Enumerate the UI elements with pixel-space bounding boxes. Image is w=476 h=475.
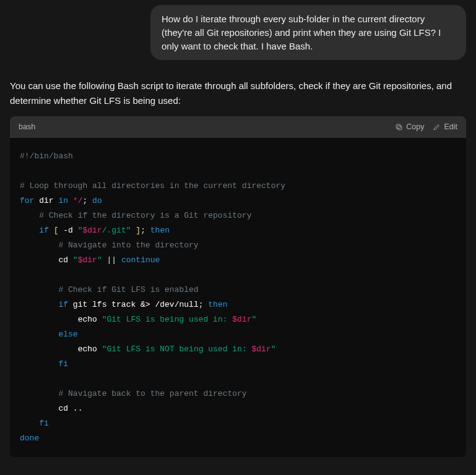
user-message: How do I iterate through every sub-folde… [150, 5, 466, 60]
copy-label: Copy [406, 121, 424, 133]
edit-button[interactable]: Edit [433, 121, 457, 133]
edit-label: Edit [444, 121, 457, 133]
copy-button[interactable]: Copy [395, 121, 424, 133]
assistant-intro: You can use the following Bash script to… [10, 79, 466, 108]
code-content[interactable]: #!/bin/bash # Loop through all directori… [10, 138, 466, 458]
code-language-label: bash [19, 121, 35, 133]
edit-icon [433, 123, 441, 131]
svg-rect-0 [398, 126, 402, 130]
code-actions: Copy Edit [395, 121, 457, 133]
code-block: bash Copy Edit #!/bin/bash # Loop throug… [10, 116, 466, 458]
copy-icon [395, 123, 403, 131]
svg-rect-1 [396, 124, 400, 129]
code-header: bash Copy Edit [10, 116, 466, 138]
user-message-row: How do I iterate through every sub-folde… [10, 5, 466, 60]
